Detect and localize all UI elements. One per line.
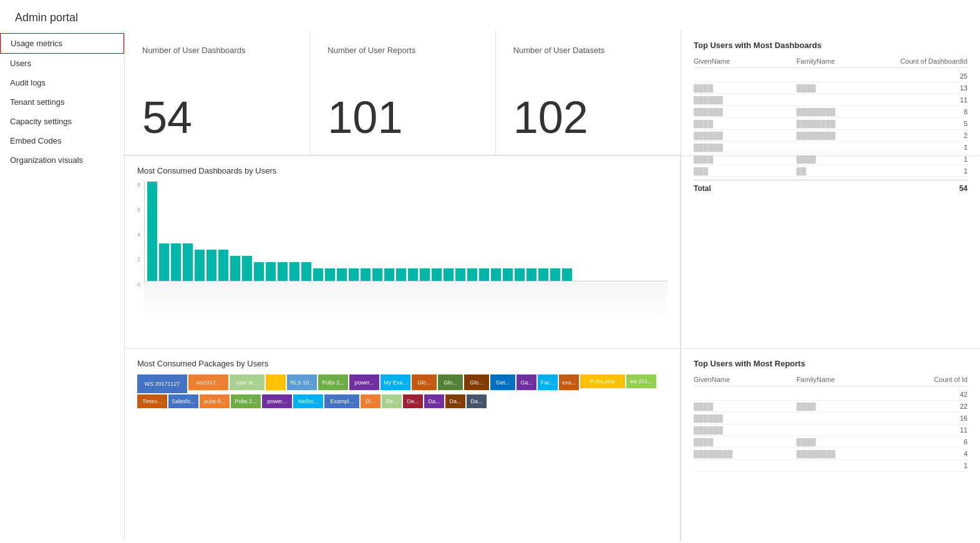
reports-col-given-header: GivenName <box>694 376 797 383</box>
bar <box>183 243 193 281</box>
treemap-cell: Get... <box>490 374 515 390</box>
treemap-cell: Pubs 2... <box>318 374 348 390</box>
bar <box>266 262 276 281</box>
table-row: ██████1 <box>694 142 968 154</box>
treemap-cell: pubs-fi... <box>200 394 230 408</box>
bar <box>278 262 288 281</box>
bar <box>396 268 406 281</box>
bar <box>372 268 382 281</box>
treemap-cell: De... <box>403 394 423 408</box>
sidebar: Usage metrics Users Audit logs Tenant se… <box>0 31 125 541</box>
treemap-canvas: WS 20171127ws2017...user te......RLS 10.… <box>137 374 667 474</box>
treemap-cell: Da... <box>467 394 487 408</box>
bar <box>337 268 347 281</box>
bar <box>171 243 181 281</box>
treemap-cell: WS 20171127 <box>137 374 187 393</box>
sidebar-item-capacity-settings[interactable]: Capacity settings <box>0 112 124 131</box>
table-row: ████████████████4 <box>694 448 968 460</box>
treemap-cell: Glo... <box>438 374 463 390</box>
sidebar-item-org-visuals[interactable]: Organization visuals <box>0 150 124 170</box>
bar <box>349 268 359 281</box>
bar <box>195 250 205 281</box>
bar <box>408 268 418 281</box>
table-row: 1 <box>694 460 968 472</box>
bar <box>147 182 157 281</box>
bar <box>218 250 228 281</box>
table-row: 42 <box>694 389 968 401</box>
treemap-cell: De... <box>382 394 402 408</box>
top-reports-title: Top Users with Most Reports <box>694 359 968 368</box>
bar <box>301 262 311 281</box>
col-given-header: GivenName <box>694 57 797 65</box>
bar <box>455 268 465 281</box>
bar <box>361 268 371 281</box>
treemap-cell: Di... <box>361 394 381 408</box>
y-label-0: 0 <box>137 281 140 288</box>
bar <box>479 268 489 281</box>
stat-datasets-label: Number of User Datasets <box>513 46 663 55</box>
bar-labels-row <box>144 283 667 320</box>
sidebar-item-users[interactable]: Users <box>0 54 124 73</box>
sidebar-item-embed-codes[interactable]: Embed Codes <box>0 131 124 150</box>
stat-datasets-value: 102 <box>513 95 663 140</box>
table-row: ██████16 <box>694 413 968 424</box>
top-reports-rows: 42████████22██████16██████11████████6███… <box>694 389 968 472</box>
treemap-cell: My Exa... <box>381 374 410 390</box>
bar <box>503 268 513 281</box>
bar <box>159 243 169 281</box>
sidebar-item-audit-logs[interactable]: Audit logs <box>0 73 124 92</box>
stat-datasets: Number of User Datasets 102 <box>496 31 681 155</box>
app-title: Admin portal <box>0 0 980 31</box>
treemap-cell: Exampl... <box>324 394 359 408</box>
treemap-cell: user te... <box>230 374 264 390</box>
reports-col-family-header: FamilyName <box>797 376 900 383</box>
bar <box>444 268 454 281</box>
treemap-cell: power... <box>262 394 292 408</box>
bar <box>230 256 240 281</box>
treemap-title: Most Consumed Packages by Users <box>137 359 667 368</box>
top-reports-panel: Top Users with Most Reports GivenName Fa… <box>681 349 980 541</box>
treemap-cell: Da... <box>445 394 465 408</box>
treemap-cell: Glo... <box>412 374 437 390</box>
bar-chart-title: Most Consumed Dashboards by Users <box>137 166 667 175</box>
treemap-cell: Ga... <box>517 374 536 390</box>
top-dashboards-header: GivenName FamilyName Count of DashboardI… <box>694 57 968 68</box>
treemap-cell: ws2017... <box>188 374 228 390</box>
bar <box>254 262 264 281</box>
treemap-cell: RLS 10... <box>287 374 317 390</box>
table-row: ████████████5 <box>694 118 968 130</box>
bar <box>313 268 323 281</box>
top-dashboards-panel: Top Users with Most Dashboards GivenName… <box>681 31 980 155</box>
bar <box>515 268 525 281</box>
y-label-8: 8 <box>137 182 140 188</box>
bar <box>289 262 299 281</box>
bar <box>432 268 442 281</box>
sidebar-item-tenant-settings[interactable]: Tenant settings <box>0 92 124 112</box>
bar <box>526 268 536 281</box>
treemap-cell: ws 201... <box>626 374 656 388</box>
stat-reports-value: 101 <box>327 95 477 140</box>
stat-dashboards-label: Number of User Dashboards <box>142 46 292 55</box>
stat-reports-label: Number of User Reports <box>327 46 477 55</box>
treemap-cell: Times... <box>137 394 167 408</box>
treemap-cell: Pubs 2... <box>231 394 261 408</box>
stat-reports: Number of User Reports 101 <box>310 31 495 155</box>
y-label-2: 2 <box>137 257 140 263</box>
treemap-cell: Melbo... <box>293 394 323 408</box>
top-reports-header: GivenName FamilyName Count of Id <box>694 376 968 386</box>
bar-chart-canvas <box>144 182 667 281</box>
table-row: ████████6 <box>694 436 968 448</box>
bar <box>538 268 548 281</box>
stat-dashboards: Number of User Dashboards 54 <box>125 31 310 155</box>
top-dashboards-title: Top Users with Most Dashboards <box>694 41 968 50</box>
table-row: 25 <box>694 71 968 82</box>
treemap-cell: Da... <box>424 394 444 408</box>
sidebar-item-usage-metrics[interactable]: Usage metrics <box>0 33 124 54</box>
treemap-cell: power... <box>349 374 379 390</box>
treemap-cell: ... <box>266 374 286 390</box>
table-row: ████████22 <box>694 401 968 413</box>
reports-col-count-header: Count of Id <box>899 376 968 383</box>
table-row: ████████13 <box>694 82 968 94</box>
y-label-4: 4 <box>137 232 140 238</box>
bar <box>420 268 430 281</box>
